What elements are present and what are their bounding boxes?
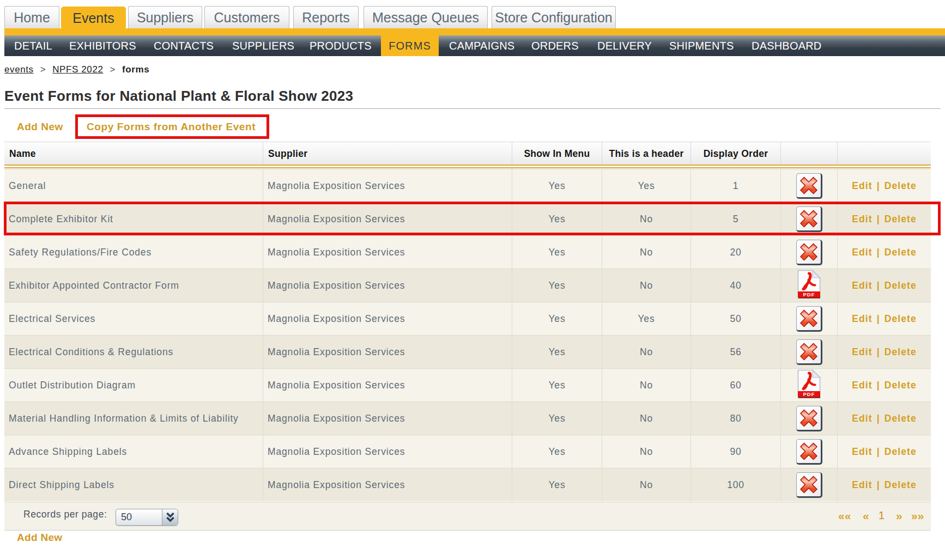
svg-text:PDF: PDF	[803, 291, 815, 297]
svg-text:PDF: PDF	[803, 391, 815, 397]
